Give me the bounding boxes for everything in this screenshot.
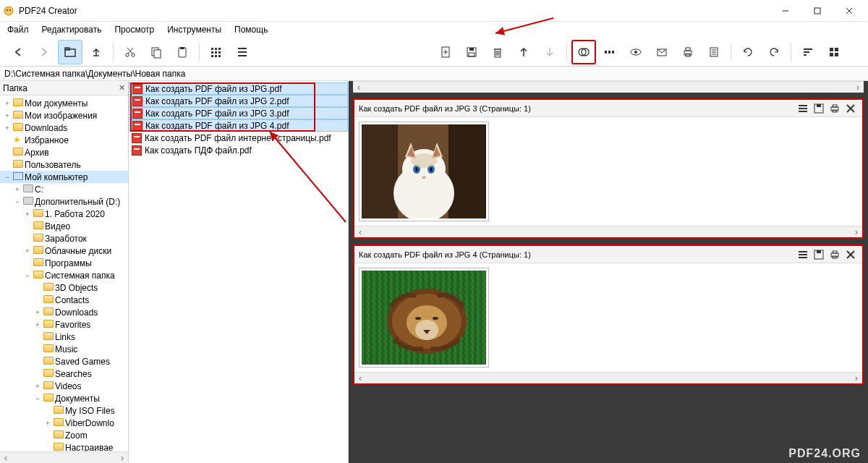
svg-point-83: [411, 153, 437, 168]
tree-item[interactable]: Contacts: [0, 294, 128, 306]
doc-save-icon[interactable]: [812, 101, 826, 116]
svg-rect-25: [218, 51, 221, 54]
detail-view-button[interactable]: [230, 40, 255, 64]
file-item[interactable]: Как создать PDF файл интернет-страницы.p…: [129, 132, 348, 144]
tree-item[interactable]: −Документы: [0, 392, 128, 404]
file-item[interactable]: Как создать PDF файл из JPG 2.pdf: [129, 95, 348, 107]
tree-scrollbar[interactable]: ‹›: [0, 451, 128, 463]
tree-item[interactable]: 3D Objects: [0, 281, 128, 294]
menu-edit[interactable]: Редактировать: [42, 25, 102, 35]
file-item[interactable]: Как создать ПДФ файл.pdf: [129, 144, 348, 156]
doc-print-icon[interactable]: [827, 247, 842, 262]
doc-close-icon[interactable]: [843, 247, 858, 262]
tree-item[interactable]: +Videos: [0, 380, 128, 392]
copy-button[interactable]: [144, 40, 169, 64]
tree-item[interactable]: −Системная папка: [0, 269, 128, 281]
folder-panel-title: Папка: [3, 83, 27, 93]
svg-point-81: [416, 167, 418, 171]
rotate-right-button[interactable]: [762, 40, 786, 64]
svg-rect-61: [830, 53, 833, 56]
menu-tools[interactable]: Инструменты: [167, 25, 221, 35]
tree-item[interactable]: Пользователь: [0, 158, 128, 171]
doc-close-icon[interactable]: [843, 101, 858, 116]
file-item[interactable]: Как создать PDF файл из JPG 3.pdf: [129, 107, 348, 119]
tree-item[interactable]: −Дополнительный (D:): [0, 195, 128, 208]
tree-item[interactable]: ★Избранное: [0, 134, 128, 146]
tree-item[interactable]: +1. Работа 2020: [0, 208, 128, 220]
forward-button[interactable]: [32, 40, 56, 64]
explorer-button[interactable]: [58, 40, 82, 64]
rotate-left-button[interactable]: [736, 40, 760, 64]
split-button[interactable]: [597, 40, 622, 64]
move-down-button[interactable]: [537, 40, 562, 64]
minimize-button[interactable]: [770, 1, 801, 21]
doc-section-1[interactable]: Как создать PDF файл из JPG 3 (Страницы:…: [353, 98, 864, 239]
tree-item[interactable]: +Мои изображения: [0, 109, 128, 122]
tree-item[interactable]: +Downloads: [0, 306, 128, 318]
folder-tree[interactable]: +Мои документы+Мои изображения+Downloads…: [0, 95, 128, 451]
doc-print-icon[interactable]: [827, 101, 842, 116]
svg-rect-75: [362, 124, 398, 218]
maximize-button[interactable]: [801, 1, 833, 21]
file-item[interactable]: Как создать PDF файл из JPG 4.pdf: [129, 119, 348, 132]
doc-scrollbar-1[interactable]: ‹›: [354, 226, 862, 237]
window-title: PDF24 Creator: [19, 6, 77, 16]
doc-menu-icon[interactable]: [796, 247, 810, 262]
tree-item[interactable]: +Downloads: [0, 122, 128, 134]
menu-file[interactable]: Файл: [7, 25, 29, 35]
list-view-button[interactable]: [204, 40, 229, 64]
tree-item[interactable]: Saved Games: [0, 355, 128, 368]
page-thumbnail[interactable]: [359, 122, 489, 221]
tree-item[interactable]: Видео: [0, 220, 128, 232]
panel-close-icon[interactable]: ✕: [119, 83, 125, 93]
print-button[interactable]: [676, 40, 700, 64]
tree-item[interactable]: +Favorites: [0, 318, 128, 331]
tree-item[interactable]: Архив: [0, 146, 128, 158]
doc-menu-icon[interactable]: [796, 101, 810, 116]
merge-button[interactable]: [571, 40, 596, 64]
tree-item[interactable]: +C:: [0, 183, 128, 195]
svg-rect-43: [605, 51, 607, 54]
svg-rect-34: [469, 48, 474, 51]
tree-item[interactable]: +Мои документы: [0, 97, 128, 109]
new-doc-button[interactable]: [433, 40, 458, 64]
tree-item[interactable]: Программы: [0, 257, 128, 269]
doc-scrollbar-2[interactable]: ‹›: [354, 372, 862, 383]
tree-item[interactable]: −Мой компьютер: [0, 171, 128, 183]
menu-view[interactable]: Просмотр: [114, 25, 154, 35]
tree-item[interactable]: Zoom: [0, 429, 128, 441]
back-button[interactable]: [6, 40, 30, 64]
svg-point-1: [7, 9, 8, 11]
tree-item[interactable]: My ISO Files: [0, 404, 128, 417]
move-up-button[interactable]: [511, 40, 536, 64]
page-thumbnail[interactable]: [359, 268, 489, 368]
up-folder-button[interactable]: [84, 40, 109, 64]
preview-button[interactable]: [624, 40, 648, 64]
doc-section-2[interactable]: Как создать PDF файл из JPG 4 (Страницы:…: [353, 245, 864, 385]
tree-item[interactable]: Настраивае: [0, 441, 128, 451]
cut-button[interactable]: [118, 40, 142, 64]
svg-rect-44: [608, 51, 610, 54]
sort-button[interactable]: [796, 40, 820, 64]
tree-item[interactable]: +ViberDownlo: [0, 417, 128, 429]
tree-item[interactable]: Links: [0, 331, 128, 343]
doc-save-icon[interactable]: [812, 247, 826, 262]
menu-help[interactable]: Помощь: [234, 25, 268, 35]
close-button[interactable]: [833, 1, 865, 21]
tree-item[interactable]: Заработок: [0, 232, 128, 245]
paste-button[interactable]: [170, 40, 195, 64]
tree-item[interactable]: Searches: [0, 368, 128, 380]
path-text: D:\Системная папка\Документы\Новая папка: [4, 69, 185, 79]
fax-button[interactable]: [702, 40, 726, 64]
tree-item[interactable]: Music: [0, 343, 128, 355]
email-button[interactable]: [650, 40, 674, 64]
file-list[interactable]: Как создать PDF файл из JPG.pdfКак созда…: [129, 81, 348, 158]
save-button[interactable]: [459, 40, 484, 64]
delete-button[interactable]: [485, 40, 510, 64]
tree-item[interactable]: +Облачные диски: [0, 245, 128, 257]
svg-point-2: [9, 9, 11, 11]
file-item[interactable]: Как создать PDF файл из JPG.pdf: [129, 82, 348, 95]
svg-line-12: [128, 48, 133, 54]
grid-button[interactable]: [822, 40, 846, 64]
doc-scrollbar-top[interactable]: ‹›: [353, 81, 864, 93]
